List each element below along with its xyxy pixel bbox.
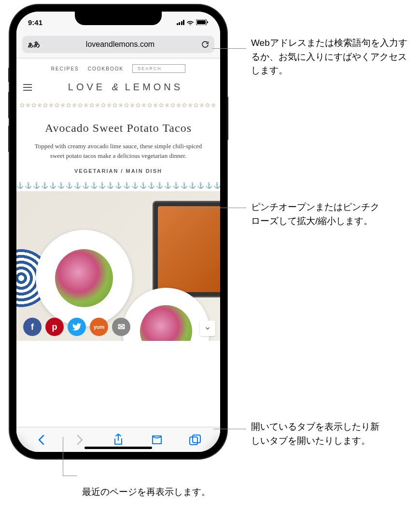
- callout-history: 最近のページを再表示します。: [82, 485, 251, 499]
- status-indicators: [177, 19, 209, 25]
- nav-recipes[interactable]: RECIPES: [51, 66, 79, 71]
- svg-rect-2: [207, 21, 208, 23]
- bookmarks-button[interactable]: [150, 433, 164, 447]
- url-bar-container: ぁあ loveandlemons.com: [16, 33, 220, 58]
- url-bar[interactable]: ぁあ loveandlemons.com: [22, 36, 214, 53]
- tabs-button[interactable]: [188, 433, 202, 447]
- hamburger-icon[interactable]: [23, 84, 32, 91]
- status-time: 9:41: [28, 18, 42, 27]
- battery-icon: [196, 19, 209, 25]
- article-image: f p yum ✉: [16, 191, 220, 341]
- site-title[interactable]: LOVE & LEMONS: [38, 82, 213, 93]
- article-tags: VEGETARIAN / MAIN DISH: [16, 168, 220, 180]
- decorative-border: ✿❀✿❀✿❀✿❀✿❀✿❀✿❀✿❀✿❀✿❀✿❀✿❀✿❀✿❀✿❀✿❀✿❀: [16, 99, 220, 111]
- wifi-icon: [186, 19, 194, 25]
- svg-rect-1: [197, 20, 206, 24]
- back-button[interactable]: [34, 433, 49, 447]
- reload-icon[interactable]: [201, 40, 210, 49]
- callout-urlbar: Webアドレスまたは検索語句を入力するか、お気に入りにすばやくアクセスします。: [251, 36, 410, 78]
- email-icon[interactable]: ✉: [112, 318, 130, 336]
- site-nav: RECIPES COOKBOOK SEARCH: [16, 58, 220, 77]
- notch: [75, 12, 162, 25]
- screen: 9:41 ぁあ loveandlemons.com: [16, 12, 220, 452]
- svg-rect-3: [190, 437, 197, 445]
- phone-frame: 9:41 ぁあ loveandlemons.com: [10, 5, 227, 459]
- callout-tabs: 開いているタブを表示したり新しいタブを開いたりします。: [251, 420, 386, 448]
- pinterest-icon[interactable]: p: [45, 318, 64, 336]
- forward-button[interactable]: [72, 433, 87, 447]
- cellular-icon: [177, 20, 185, 25]
- webpage-content[interactable]: RECIPES COOKBOOK SEARCH LOVE & LEMONS ✿❀…: [16, 58, 220, 427]
- chevron-down-icon[interactable]: [200, 321, 215, 336]
- share-button[interactable]: [111, 433, 126, 447]
- decorative-border: ⚓⚓⚓⚓⚓⚓⚓⚓⚓⚓⚓⚓⚓⚓⚓⚓⚓⚓⚓⚓⚓⚓⚓⚓⚓⚓⚓⚓⚓: [16, 180, 220, 191]
- site-search-input[interactable]: SEARCH: [132, 64, 185, 73]
- callout-pinch: ピンチオープンまたはピンチクローズして拡大/縮小します。: [251, 200, 386, 228]
- svg-rect-4: [193, 435, 200, 443]
- article-description: Topped with creamy avocado lime sauce, t…: [16, 141, 220, 168]
- yummly-icon[interactable]: yum: [90, 318, 108, 336]
- nav-cookbook[interactable]: COOKBOOK: [88, 66, 124, 71]
- reader-button[interactable]: ぁあ: [27, 40, 40, 49]
- article-title: Avocado Sweet Potato Tacos: [16, 111, 220, 141]
- facebook-icon[interactable]: f: [23, 318, 42, 336]
- home-indicator[interactable]: [84, 447, 152, 449]
- url-text[interactable]: loveandlemons.com: [42, 40, 198, 49]
- twitter-icon[interactable]: [68, 318, 86, 336]
- site-header: LOVE & LEMONS: [16, 77, 220, 99]
- share-buttons: f p yum ✉: [23, 318, 130, 336]
